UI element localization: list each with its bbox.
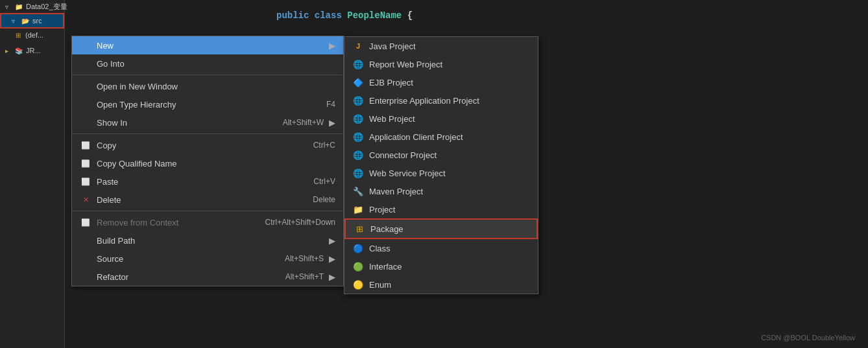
menu-item-remove-context[interactable]: ⬜ Remove from Context Ctrl+Alt+Shift+Dow…	[72, 213, 343, 231]
expand-icon: ▿	[1, 1, 12, 12]
menu-item-build-path[interactable]: Build Path ▶	[72, 231, 343, 249]
submenu-item-ejb[interactable]: 🔷 EJB Project	[344, 73, 538, 91]
package-icon: ⊞	[354, 223, 365, 235]
menu-item-open-type-hierarchy[interactable]: Open Type Hierarchy F4	[72, 95, 343, 113]
web-project-icon: 🌐	[352, 113, 364, 124]
enum-icon: 🟡	[352, 279, 364, 290]
jr-icon: ▸	[1, 45, 12, 56]
enterprise-app-label: Enterprise Application Project	[369, 96, 530, 106]
ejb-label: EJB Project	[369, 78, 530, 87]
submenu-item-java-project[interactable]: J Java Project	[344, 37, 538, 55]
package-label: Package	[370, 224, 529, 234]
java-project-label: Java Project	[369, 41, 530, 51]
refactor-label: Refactor	[97, 272, 272, 282]
tree-item-pkg[interactable]: ⊞ (def...	[0, 29, 64, 41]
interface-label: Interface	[369, 262, 530, 272]
remove-context-shortcut: Ctrl+Alt+Shift+Down	[265, 218, 335, 227]
submenu-item-enterprise-app[interactable]: 🌐 Enterprise Application Project	[344, 91, 538, 110]
project-icon: 📁	[14, 1, 24, 12]
app-client-label: Application Client Project	[369, 132, 530, 142]
paste-label: Paste	[97, 177, 300, 187]
paste-shortcut: Ctrl+V	[313, 177, 335, 186]
tree-item-jr[interactable]: ▸ 📚 JR...	[0, 44, 64, 57]
menu-item-delete[interactable]: ✕ Delete Delete	[72, 191, 343, 209]
ejb-icon: 🔷	[352, 76, 364, 88]
submenu-item-connector[interactable]: 🌐 Connector Project	[344, 146, 538, 164]
submenu-item-project[interactable]: 📁 Project	[344, 200, 538, 218]
report-web-label: Report Web Project	[369, 60, 530, 69]
web-service-icon: 🌐	[352, 167, 364, 179]
menu-item-copy[interactable]: ⬜ Copy Ctrl+C	[72, 136, 343, 154]
open-hierarchy-icon	[80, 99, 91, 110]
submenu-item-maven[interactable]: 🔧 Maven Project	[344, 182, 538, 200]
jr-label: JR...	[26, 47, 41, 54]
left-panel: ▿ 📁 Data02_变量 ▿ 📂 src ⊞ (def... ▸ 📚 JR..…	[0, 0, 65, 348]
new-label: New	[97, 41, 324, 51]
submenu-item-app-client[interactable]: 🌐 Application Client Project	[344, 128, 538, 146]
submenu-item-class[interactable]: 🔵 Class	[344, 239, 538, 257]
menu-item-paste[interactable]: ⬜ Paste Ctrl+V	[72, 172, 343, 191]
java-project-icon: J	[352, 40, 364, 52]
menu-item-open-new-window[interactable]: Open in New Window	[72, 77, 343, 95]
watermark-text: CSDN @BOOL DoubleYellow	[761, 334, 855, 342]
src-icon: 📂	[20, 16, 30, 26]
copy-label: Copy	[97, 141, 300, 150]
csdn-watermark: CSDN @BOOL DoubleYellow	[761, 334, 855, 342]
menu-item-source[interactable]: Source Alt+Shift+S ▶	[72, 249, 343, 268]
submenu-item-web-project[interactable]: 🌐 Web Project	[344, 110, 538, 128]
web-service-label: Web Service Project	[369, 168, 530, 178]
divider-1	[72, 75, 343, 75]
delete-shortcut: Delete	[313, 195, 335, 204]
connector-label: Connector Project	[369, 150, 530, 160]
submenu-item-interface[interactable]: 🟢 Interface	[344, 257, 538, 275]
menu-item-copy-qualified[interactable]: ⬜ Copy Qualified Name	[72, 154, 343, 172]
tree-item-src[interactable]: ▿ 📂 src	[0, 13, 64, 29]
interface-icon: 🟢	[352, 261, 364, 272]
divider-2	[72, 133, 343, 134]
enum-label: Enum	[369, 280, 530, 290]
maven-icon: 🔧	[352, 185, 364, 197]
show-in-icon	[80, 117, 91, 128]
expand-icon-src: ▿	[8, 16, 18, 26]
copy-shortcut: Ctrl+C	[313, 141, 335, 150]
copy-qualified-icon: ⬜	[80, 157, 91, 169]
context-menu: New ▶ Go Into Open in New Window Open Ty…	[71, 36, 344, 286]
open-hierarchy-label: Open Type Hierarchy	[97, 100, 313, 110]
copy-icon: ⬜	[80, 139, 91, 151]
build-path-label: Build Path	[97, 236, 324, 246]
report-web-icon: 🌐	[352, 58, 364, 70]
show-in-arrow: ▶	[329, 118, 335, 128]
pkg-label: (def...	[25, 31, 43, 39]
submenu-item-web-service[interactable]: 🌐 Web Service Project	[344, 164, 538, 182]
remove-context-label: Remove from Context	[97, 218, 252, 227]
paste-icon: ⬜	[80, 176, 91, 187]
submenu-item-enum[interactable]: 🟡 Enum	[344, 275, 538, 294]
refactor-arrow: ▶	[329, 272, 335, 282]
project-label: Project	[369, 205, 530, 215]
refactor-icon	[80, 271, 91, 283]
open-window-icon	[80, 80, 91, 92]
new-icon	[80, 40, 91, 51]
submenu-item-package[interactable]: ⊞ Package	[344, 218, 538, 239]
source-arrow: ▶	[329, 254, 335, 264]
new-arrow: ▶	[329, 41, 335, 51]
class-icon: 🔵	[352, 242, 364, 254]
menu-item-refactor[interactable]: Refactor Alt+Shift+T ▶	[72, 268, 343, 286]
delete-label: Delete	[97, 195, 300, 205]
tree-item-project[interactable]: ▿ 📁 Data02_变量	[0, 0, 64, 13]
menu-item-show-in[interactable]: Show In Alt+Shift+W ▶	[72, 113, 343, 132]
source-icon	[80, 253, 91, 264]
delete-icon: ✕	[80, 194, 91, 205]
project-label: Data02_变量	[26, 2, 67, 12]
submenu-item-report-web[interactable]: 🌐 Report Web Project	[344, 55, 538, 73]
project-icon: 📁	[352, 203, 364, 215]
refactor-shortcut: Alt+Shift+T	[285, 272, 324, 281]
go-into-icon	[80, 58, 91, 69]
menu-item-new[interactable]: New ▶	[72, 36, 343, 54]
menu-item-go-into[interactable]: Go Into	[72, 54, 343, 73]
open-hierarchy-shortcut: F4	[326, 100, 335, 109]
source-shortcut: Alt+Shift+S	[285, 254, 324, 263]
src-label: src	[32, 17, 42, 25]
editor-code-line: public class PeopleName {	[276, 10, 413, 21]
source-label: Source	[97, 254, 272, 264]
